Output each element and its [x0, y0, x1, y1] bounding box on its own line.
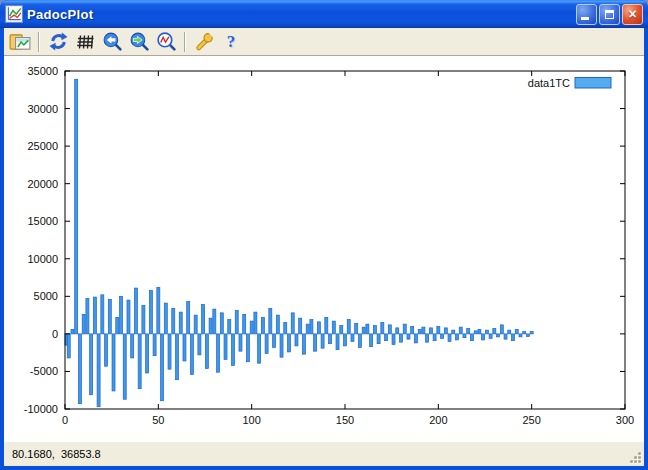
- resize-grip[interactable]: [629, 451, 643, 465]
- maximize-button[interactable]: [599, 4, 620, 25]
- zoom-in-button[interactable]: [127, 30, 151, 54]
- svg-text:0: 0: [62, 414, 68, 426]
- zoom-reset-button[interactable]: [154, 30, 178, 54]
- svg-text:150: 150: [336, 414, 354, 426]
- svg-text:30000: 30000: [27, 103, 58, 115]
- settings-button[interactable]: [192, 30, 216, 54]
- grid-icon: [75, 32, 95, 52]
- svg-text:20000: 20000: [27, 178, 58, 190]
- grid-button[interactable]: [73, 30, 97, 54]
- cursor-coordinates: 80.1680, 36853.8: [12, 448, 101, 460]
- refresh-icon: [48, 31, 69, 52]
- help-icon: ?: [227, 32, 236, 52]
- minimize-icon: [581, 17, 589, 20]
- legend: data1TC: [528, 77, 611, 89]
- status-bar: 80.1680, 36853.8: [4, 441, 644, 466]
- legend-label: data1TC: [528, 77, 570, 89]
- chart-canvas[interactable]: 050100150200250300-10000-500005000100001…: [4, 56, 644, 441]
- svg-text:15000: 15000: [27, 215, 58, 227]
- toolbar: ?: [4, 28, 644, 56]
- zoom-out-icon: [102, 31, 123, 52]
- svg-text:10000: 10000: [27, 253, 58, 265]
- svg-text:25000: 25000: [27, 140, 58, 152]
- window-title: PadocPlot: [27, 7, 576, 22]
- title-bar[interactable]: PadocPlot ×: [0, 0, 648, 28]
- legend-swatch: [575, 78, 611, 89]
- maximize-icon: [605, 10, 614, 19]
- svg-text:300: 300: [616, 414, 634, 426]
- minimize-button[interactable]: [576, 4, 597, 25]
- toolbar-separator: [38, 32, 40, 52]
- svg-text:50: 50: [152, 414, 164, 426]
- axes-layer: [65, 71, 625, 409]
- app-icon: [5, 5, 23, 23]
- svg-text:100: 100: [242, 414, 260, 426]
- zoom-in-icon: [129, 31, 150, 52]
- wrench-icon: [194, 31, 215, 52]
- window-controls: ×: [576, 4, 643, 25]
- toolbar-separator: [184, 32, 186, 52]
- svg-text:-5000: -5000: [30, 365, 58, 377]
- svg-text:250: 250: [522, 414, 540, 426]
- zoom-out-button[interactable]: [100, 30, 124, 54]
- svg-text:0: 0: [52, 328, 58, 340]
- export-image-icon: [9, 31, 31, 53]
- svg-text:200: 200: [429, 414, 447, 426]
- app-window: PadocPlot ×: [0, 0, 648, 470]
- svg-text:-10000: -10000: [24, 403, 58, 415]
- close-button[interactable]: ×: [622, 4, 643, 25]
- help-button[interactable]: ?: [219, 30, 243, 54]
- refresh-button[interactable]: [46, 30, 70, 54]
- export-image-button[interactable]: [8, 30, 32, 54]
- plot-panel[interactable]: 050100150200250300-10000-500005000100001…: [4, 56, 644, 441]
- zoom-reset-icon: [156, 31, 177, 52]
- svg-text:35000: 35000: [27, 65, 58, 77]
- bars-layer: [65, 79, 533, 406]
- svg-text:5000: 5000: [34, 290, 58, 302]
